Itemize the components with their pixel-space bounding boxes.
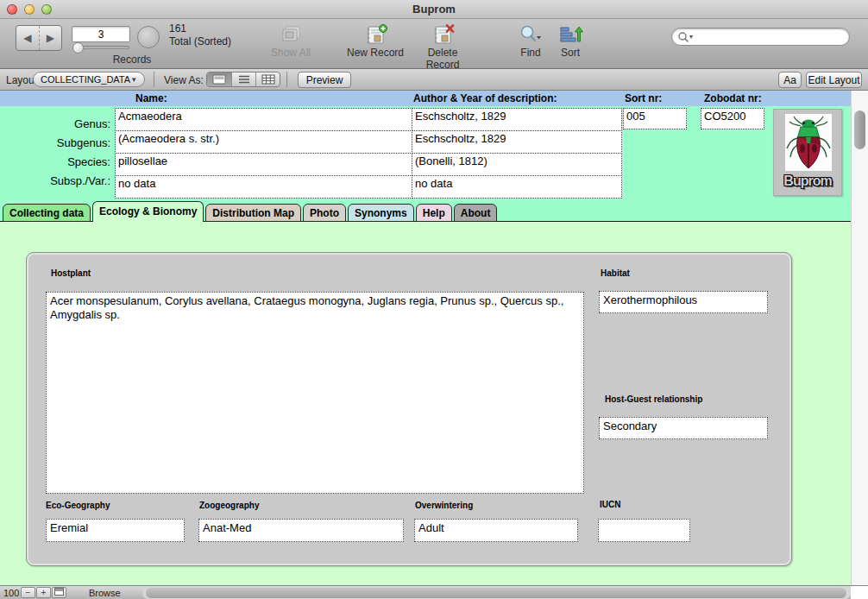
status-bar: 100 − + Browse: [0, 585, 868, 599]
notebook-plus-icon: [344, 24, 406, 47]
logo-caption: Buprom: [774, 173, 841, 189]
stacked-pages-icon: [260, 24, 322, 47]
zobodat-nr-field[interactable]: CO5200: [701, 108, 764, 129]
horizontal-scrollbar-thumb[interactable]: [146, 588, 846, 598]
title-bar: Buprom: [0, 0, 868, 19]
show-all-button[interactable]: Show All: [260, 24, 322, 59]
subsp-var-name-field[interactable]: no data: [115, 175, 412, 199]
tab-synonyms[interactable]: Synonyms: [348, 204, 414, 222]
record-slider-thumb[interactable]: [72, 42, 84, 54]
record-navigation: ◀ ▶: [16, 25, 62, 51]
tab-collecting-data[interactable]: Collecting data: [3, 204, 91, 222]
current-record-input[interactable]: [72, 26, 130, 42]
tab-ecology-bionomy[interactable]: Ecology & Bionomy: [92, 201, 204, 222]
tab-bar: Collecting data Ecology & Bionomy Distri…: [3, 201, 497, 222]
species-name-field[interactable]: pillosellae: [115, 153, 412, 176]
previous-record-button[interactable]: ◀: [16, 26, 39, 50]
overwintering-field[interactable]: Adult: [414, 519, 578, 542]
layout-dropdown-value: COLLECTING_DATA: [41, 74, 130, 85]
species-author-field[interactable]: (Bonelli, 1812): [412, 153, 622, 176]
format-painter-button[interactable]: Aa: [778, 72, 802, 88]
table-view-icon: [261, 74, 275, 85]
resize-corner: [851, 586, 868, 599]
vertical-scrollbar[interactable]: [851, 91, 868, 585]
layout-bar: Layout: COLLECTING_DATA ▼ View As:: [0, 69, 868, 91]
author-column-header: Author & Year of description:: [413, 92, 557, 104]
sort-nr-column-header: Sort nr:: [625, 92, 662, 104]
tab-label: About: [461, 207, 491, 219]
ecology-bionomy-panel: Hostplant Acer monspesulanum, Corylus av…: [0, 222, 868, 585]
species-label: Species:: [2, 155, 110, 168]
chevron-down-icon: ▼: [130, 76, 137, 84]
zoogeography-label: Zoogeography: [199, 501, 259, 510]
host-guest-field[interactable]: Secondary: [599, 417, 768, 439]
bars-up-arrow-icon: [539, 24, 601, 47]
buprom-logo: Buprom: [773, 109, 842, 196]
subgenus-author-field[interactable]: Eschscholtz, 1829: [412, 130, 622, 154]
ecology-group-box: Hostplant Acer monspesulanum, Corylus av…: [26, 252, 792, 566]
magnifier-icon: [677, 31, 689, 43]
tab-label: Help: [423, 207, 445, 219]
hostplant-field[interactable]: Acer monspesulanum, Corylus avellana, Cr…: [46, 292, 584, 494]
status-toolbar-toggle-button[interactable]: [52, 587, 66, 598]
horizontal-scrollbar[interactable]: [142, 587, 851, 599]
genus-label: Genus:: [2, 117, 110, 130]
notebook-x-icon: [412, 24, 474, 47]
list-view-icon: [237, 74, 251, 85]
vertical-scrollbar-thumb[interactable]: [854, 110, 865, 149]
tab-photo[interactable]: Photo: [303, 204, 346, 222]
search-input[interactable]: [693, 30, 844, 44]
sort-button[interactable]: Sort: [539, 24, 601, 59]
zobodat-nr-column-header: Zobodat nr:: [704, 92, 762, 104]
jewel-beetle-icon: [785, 114, 832, 171]
form-view-button[interactable]: [207, 73, 231, 86]
tab-label: Collecting data: [9, 207, 84, 219]
subgenus-name-field[interactable]: (Acmaeodera s. str.): [115, 130, 412, 154]
table-view-button[interactable]: [255, 73, 280, 86]
edit-layout-label: Edit Layout: [808, 74, 859, 86]
zoogeography-field[interactable]: Anat-Med: [198, 519, 404, 542]
divider: [286, 72, 287, 87]
zoom-level: 100: [3, 588, 19, 598]
preview-label: Preview: [306, 74, 343, 86]
subgenus-label: Subgenus:: [2, 136, 110, 149]
mode-selector[interactable]: Browse: [89, 588, 121, 598]
overwintering-label: Overwintering: [415, 501, 473, 510]
found-set-pie-icon: [137, 26, 160, 48]
tab-label: Distribution Map: [212, 207, 294, 219]
name-column-header: Name:: [135, 92, 167, 104]
tab-distribution-map[interactable]: Distribution Map: [205, 204, 301, 222]
iucn-field[interactable]: [598, 519, 690, 542]
new-record-label: New Record: [344, 47, 406, 59]
delete-record-button[interactable]: Delete Record: [412, 24, 474, 71]
total-records: 161 Total (Sorted): [169, 22, 231, 48]
eco-geography-field[interactable]: Eremial: [46, 519, 185, 542]
new-record-button[interactable]: New Record: [344, 24, 406, 59]
genus-author-field[interactable]: Eschscholtz, 1829: [412, 108, 622, 131]
record-slider[interactable]: [72, 46, 129, 49]
subsp-var-author-field[interactable]: no data: [412, 175, 622, 199]
tab-about[interactable]: About: [454, 204, 498, 222]
edit-layout-button[interactable]: Edit Layout: [806, 72, 862, 88]
tab-help[interactable]: Help: [416, 204, 452, 222]
zoom-out-button[interactable]: −: [21, 587, 35, 598]
toolbar: ◀ ▶ Records 161 Total (Sorted) Show All: [0, 19, 868, 69]
format-painter-label: Aa: [783, 74, 796, 86]
records-label: Records: [93, 54, 171, 66]
list-view-button[interactable]: [231, 73, 255, 86]
window-panel-icon: [54, 588, 64, 596]
sort-nr-field[interactable]: 005: [623, 108, 687, 129]
layout-dropdown[interactable]: COLLECTING_DATA ▼: [33, 72, 145, 87]
preview-button[interactable]: Preview: [298, 72, 351, 88]
search-field[interactable]: ▾: [671, 28, 850, 46]
habitat-field[interactable]: Xerothermophilous: [599, 291, 768, 313]
genus-name-field[interactable]: Acmaeodera: [115, 108, 412, 131]
form-view-icon: [212, 74, 226, 85]
host-guest-label: Host-Guest relationship: [605, 394, 702, 404]
total-sorted-label: Total (Sorted): [169, 35, 231, 48]
zoom-in-button[interactable]: +: [36, 587, 51, 598]
column-header-bar: Name: Author & Year of description: Sort…: [0, 91, 868, 106]
divider: [154, 72, 154, 87]
next-record-button[interactable]: ▶: [39, 26, 62, 50]
hostplant-label: Hostplant: [51, 268, 91, 278]
